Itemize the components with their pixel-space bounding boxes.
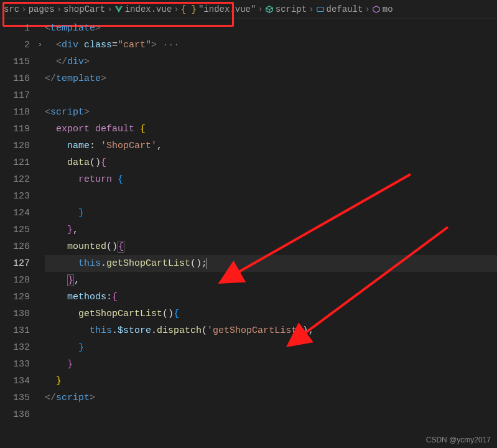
line-number: 116 bbox=[0, 70, 45, 87]
code-line[interactable]: }, bbox=[45, 222, 497, 238]
code-line[interactable]: export default { bbox=[45, 121, 497, 138]
breadcrumb-item-shopcart[interactable]: shopCart bbox=[63, 4, 105, 14]
svg-rect-0 bbox=[317, 7, 323, 11]
line-number: 119 bbox=[0, 121, 45, 138]
fold-icon[interactable]: › bbox=[38, 37, 42, 54]
line-number: 117 bbox=[0, 87, 45, 104]
method-icon bbox=[372, 5, 381, 14]
breadcrumb-item-method[interactable]: mo bbox=[372, 4, 393, 14]
line-number: 1 bbox=[0, 20, 45, 37]
line-number: 2› bbox=[0, 37, 45, 54]
chevron-right-icon: › bbox=[107, 4, 112, 14]
code-line[interactable]: <template> bbox=[45, 20, 497, 37]
line-gutter: 12›1151161171181191201211221231241251261… bbox=[0, 19, 45, 448]
code-line[interactable]: return { bbox=[45, 171, 497, 188]
line-number: 129 bbox=[0, 289, 45, 306]
code-editor[interactable]: 12›1151161171181191201211221231241251261… bbox=[0, 19, 497, 448]
line-number: 133 bbox=[0, 356, 45, 373]
chevron-right-icon: › bbox=[21, 4, 26, 14]
line-number: 135 bbox=[0, 390, 45, 406]
line-number: 130 bbox=[0, 306, 45, 322]
chevron-right-icon: › bbox=[365, 4, 369, 14]
code-line[interactable] bbox=[45, 87, 497, 104]
line-number: 121 bbox=[0, 154, 45, 171]
code-line[interactable]: </div> bbox=[45, 54, 497, 70]
breadcrumb-item-script[interactable]: script bbox=[265, 4, 307, 14]
code-line[interactable]: } bbox=[45, 373, 497, 390]
line-number: 122 bbox=[0, 171, 45, 188]
module-icon bbox=[265, 5, 274, 14]
breadcrumb-item-symbol-root[interactable]: { } "index.vue" bbox=[181, 4, 256, 14]
line-number: 120 bbox=[0, 138, 45, 154]
code-line[interactable]: </template> bbox=[45, 70, 497, 87]
chevron-right-icon: › bbox=[174, 4, 179, 14]
code-line[interactable]: } bbox=[45, 339, 497, 356]
code-line[interactable] bbox=[45, 188, 497, 205]
code-line[interactable]: } bbox=[45, 205, 497, 222]
line-number: 131 bbox=[0, 322, 45, 339]
code-line[interactable]: } bbox=[45, 356, 497, 373]
code-line[interactable]: this.$store.dispatch('getShopCartList'); bbox=[45, 322, 497, 339]
line-number: 127 bbox=[0, 255, 45, 272]
line-number: 125 bbox=[0, 222, 45, 238]
line-number: 123 bbox=[0, 188, 45, 205]
code-area[interactable]: <template> <div class="cart"> ··· </div>… bbox=[45, 19, 497, 448]
code-line[interactable]: this.getShopCartList(); bbox=[45, 255, 497, 272]
chevron-right-icon: › bbox=[309, 4, 314, 14]
code-line[interactable] bbox=[45, 406, 497, 423]
code-line[interactable]: </script> bbox=[45, 390, 497, 406]
line-number: 126 bbox=[0, 238, 45, 255]
code-line[interactable]: mounted(){ bbox=[45, 238, 497, 255]
braces-icon: { } bbox=[181, 4, 197, 14]
code-line[interactable]: name: 'ShopCart', bbox=[45, 138, 497, 154]
vue-icon bbox=[114, 5, 123, 14]
code-line[interactable]: getShopCartList(){ bbox=[45, 306, 497, 322]
breadcrumb-item-default[interactable]: default bbox=[316, 4, 363, 14]
line-number: 128 bbox=[0, 272, 45, 289]
line-number: 136 bbox=[0, 406, 45, 423]
breadcrumb-item-file[interactable]: index.vue bbox=[114, 4, 172, 14]
line-number: 115 bbox=[0, 54, 45, 70]
variable-icon bbox=[316, 5, 325, 14]
line-number: 118 bbox=[0, 104, 45, 121]
watermark: CSDN @ycmy2017 bbox=[426, 436, 491, 444]
chevron-right-icon: › bbox=[258, 4, 262, 14]
breadcrumb-item-src[interactable]: src bbox=[4, 4, 19, 14]
chevron-right-icon: › bbox=[57, 4, 62, 14]
code-line[interactable]: <div class="cart"> ··· bbox=[45, 37, 497, 54]
breadcrumb-item-pages[interactable]: pages bbox=[29, 4, 55, 14]
code-line[interactable]: methods:{ bbox=[45, 289, 497, 306]
line-number: 134 bbox=[0, 373, 45, 390]
code-line[interactable]: }, bbox=[45, 272, 497, 289]
breadcrumb: src › pages › shopCart › index.vue › { }… bbox=[0, 0, 497, 19]
code-line[interactable]: data(){ bbox=[45, 154, 497, 171]
line-number: 124 bbox=[0, 205, 45, 222]
code-line[interactable]: <script> bbox=[45, 104, 497, 121]
line-number: 132 bbox=[0, 339, 45, 356]
